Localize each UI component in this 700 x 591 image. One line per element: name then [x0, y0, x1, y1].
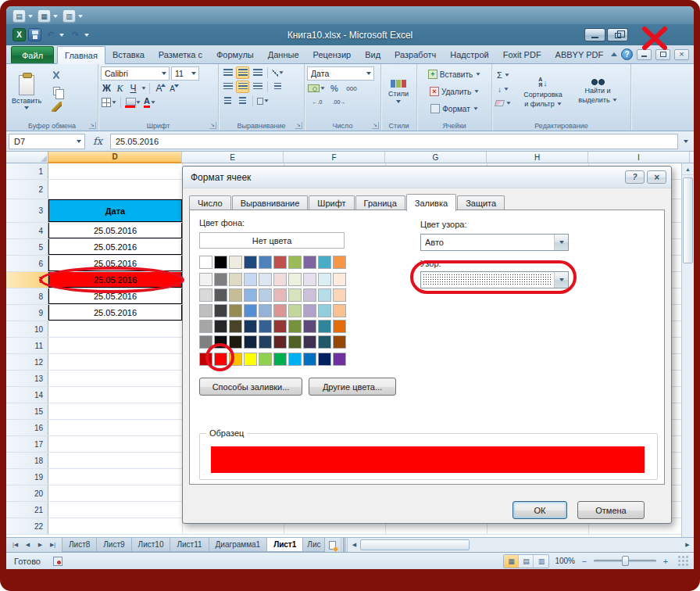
- tint-color-swatch-10[interactable]: [333, 304, 346, 317]
- increase-decimal-icon[interactable]: [307, 96, 327, 107]
- pattern-dropdown-icon[interactable]: [554, 272, 568, 288]
- theme-color-swatch-2[interactable]: [214, 256, 227, 269]
- select-all-corner[interactable]: [6, 152, 48, 163]
- zoom-slider[interactable]: [594, 560, 656, 562]
- cell-D1[interactable]: [48, 163, 182, 179]
- clipboard-dialog-launcher-icon[interactable]: [89, 122, 96, 129]
- tint-color-swatch-7[interactable]: [288, 335, 302, 349]
- cell-D20[interactable]: [48, 485, 182, 501]
- theme-color-swatch-5[interactable]: [259, 256, 272, 269]
- font-dialog-launcher-icon[interactable]: [209, 122, 216, 129]
- cell-D19[interactable]: [48, 469, 182, 485]
- column-header-H[interactable]: H: [487, 152, 588, 163]
- standard-color-swatch-9[interactable]: [318, 353, 331, 366]
- theme-color-swatch-1[interactable]: [199, 256, 212, 269]
- cell-D14[interactable]: [48, 387, 182, 403]
- cell-D8[interactable]: 25.05.2016: [48, 288, 182, 304]
- more-colors-button[interactable]: Другие цвета...: [309, 378, 396, 396]
- dialog-help-button[interactable]: [625, 170, 645, 184]
- prev-sheet-icon[interactable]: [22, 539, 34, 550]
- zoom-in-icon[interactable]: +: [662, 557, 670, 566]
- paste-button[interactable]: Вставить: [9, 66, 45, 118]
- cell-D13[interactable]: [48, 371, 182, 386]
- row-header-1[interactable]: 1: [6, 163, 48, 179]
- standard-color-swatch-1[interactable]: [199, 353, 212, 366]
- next-sheet-icon[interactable]: [34, 539, 46, 550]
- font-size-select[interactable]: 11: [171, 66, 199, 81]
- tint-color-swatch-9[interactable]: [318, 335, 331, 349]
- align-center-button[interactable]: [236, 81, 249, 93]
- decrease-decimal-icon[interactable]: [329, 96, 349, 107]
- sheet-tab-Лист10[interactable]: Лист10: [131, 538, 171, 552]
- cell-D5[interactable]: 25.05.2016: [48, 239, 182, 255]
- increase-font-button[interactable]: А: [153, 82, 165, 95]
- last-sheet-icon[interactable]: [47, 539, 59, 550]
- tint-color-swatch-9[interactable]: [318, 320, 331, 333]
- tint-color-swatch-9[interactable]: [318, 288, 331, 302]
- theme-color-swatch-6[interactable]: [273, 256, 287, 269]
- percent-button[interactable]: %: [327, 82, 341, 95]
- dialog-tab-6[interactable]: Защита: [457, 195, 505, 210]
- cell-D21[interactable]: [48, 502, 182, 518]
- row-header-8[interactable]: 8: [6, 288, 48, 304]
- ribbon-tab-8[interactable]: Разработч: [388, 46, 443, 63]
- row-header-6[interactable]: 6: [6, 256, 48, 271]
- column-header-D[interactable]: D: [48, 152, 182, 163]
- sheet-tab-Лист11[interactable]: Лист11: [170, 538, 209, 552]
- vertical-scroll-thumb[interactable]: [683, 177, 693, 263]
- cell-D22[interactable]: [48, 518, 182, 534]
- tint-color-swatch-10[interactable]: [333, 320, 346, 333]
- collapse-ribbon-icon[interactable]: [611, 52, 617, 56]
- format-painter-button[interactable]: [48, 99, 65, 113]
- pattern-color-select[interactable]: Авто: [420, 234, 569, 251]
- sheet-tab-Лист1[interactable]: Лист1: [266, 538, 303, 552]
- ribbon-tab-2[interactable]: Вставка: [105, 46, 152, 63]
- page-break-view-icon[interactable]: [534, 555, 548, 568]
- ribbon-tab-7[interactable]: Вид: [358, 46, 388, 63]
- tint-color-swatch-8[interactable]: [303, 288, 316, 302]
- expand-formula-bar-icon[interactable]: [680, 140, 691, 143]
- dialog-tab-1[interactable]: Число: [189, 195, 231, 210]
- align-right-button[interactable]: [251, 81, 264, 93]
- fill-color-button[interactable]: [124, 97, 141, 109]
- tint-color-swatch-2[interactable]: [214, 288, 227, 302]
- standard-color-swatch-8[interactable]: [303, 353, 316, 366]
- currency-button[interactable]: [307, 84, 326, 93]
- help-icon[interactable]: [621, 48, 633, 60]
- zoom-slider-thumb[interactable]: [622, 556, 629, 566]
- ribbon-tab-4[interactable]: Формулы: [209, 46, 261, 63]
- number-dialog-launcher-icon[interactable]: [372, 122, 379, 129]
- ribbon-tab-6[interactable]: Рецензир: [306, 46, 359, 63]
- formula-input[interactable]: 25.05.2016: [110, 134, 678, 149]
- tint-color-swatch-4[interactable]: [244, 288, 257, 302]
- dialog-tab-5[interactable]: Заливка: [406, 194, 456, 211]
- standard-color-swatch-2[interactable]: [214, 353, 227, 366]
- cut-button[interactable]: [48, 68, 65, 82]
- row-header-5[interactable]: 5: [6, 239, 48, 255]
- normal-view-icon[interactable]: [504, 555, 519, 568]
- row-header-3[interactable]: 3: [6, 199, 48, 222]
- sheet-tab-Лист9[interactable]: Лист9: [96, 538, 131, 552]
- insert-function-icon[interactable]: fx: [88, 135, 108, 147]
- row-header-7[interactable]: 7: [6, 272, 48, 288]
- ribbon-tab-5[interactable]: Данные: [261, 46, 306, 63]
- sheet-tab-Лист8[interactable]: Лист8: [62, 538, 97, 552]
- row-header-20[interactable]: 20: [6, 485, 48, 501]
- row-header-17[interactable]: 17: [6, 436, 48, 452]
- standard-color-swatch-7[interactable]: [288, 353, 302, 366]
- find-select-button[interactable]: Найти и выделить: [570, 66, 625, 116]
- tint-color-swatch-3[interactable]: [229, 304, 242, 317]
- theme-color-swatch-10[interactable]: [333, 256, 346, 269]
- ribbon-tab-9[interactable]: Надстрой: [443, 46, 495, 63]
- tint-color-swatch-1[interactable]: [199, 320, 212, 333]
- styles-button[interactable]: Стили: [384, 66, 413, 116]
- decrease-font-button[interactable]: А: [166, 82, 178, 95]
- number-format-select[interactable]: Дата: [307, 66, 374, 81]
- align-top-button[interactable]: [221, 66, 234, 79]
- orientation-button[interactable]: [271, 66, 284, 79]
- cells-icon[interactable]: [62, 9, 76, 23]
- cell-D11[interactable]: [48, 338, 182, 353]
- name-box[interactable]: D7: [9, 134, 85, 149]
- tint-color-swatch-6[interactable]: [273, 335, 287, 349]
- row-header-13[interactable]: 13: [6, 371, 48, 386]
